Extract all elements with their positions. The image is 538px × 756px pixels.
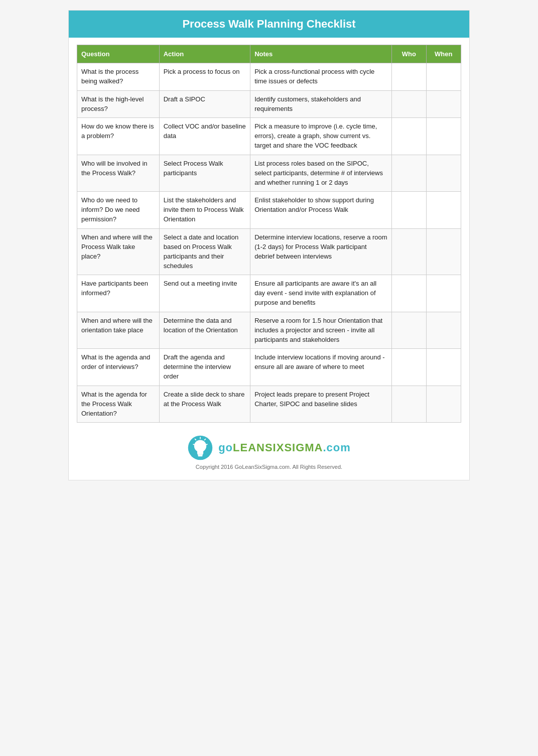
table-row: Who do we need to inform? Do we need per… [77, 192, 461, 229]
cell-action: List the stakeholders and invite them to… [159, 192, 250, 229]
cell-action: Draft a SIPOC [159, 90, 250, 118]
svg-rect-1 [198, 454, 203, 456]
cell-question: Who will be involved in the Process Walk… [77, 155, 160, 192]
svg-line-4 [205, 439, 206, 440]
col-header-question: Question [77, 45, 160, 63]
cell-who [392, 228, 427, 275]
cell-when [426, 349, 461, 386]
cell-who [392, 155, 427, 192]
svg-line-7 [193, 445, 195, 445]
logo-lean: LEANSIXSIGMA [233, 441, 323, 454]
cell-question: Who do we need to inform? Do we need per… [77, 192, 160, 229]
cell-question: Have participants been informed? [77, 275, 160, 312]
footer-copyright: Copyright 2016 GoLeanSixSigma.com. All R… [196, 464, 342, 470]
logo-go: go [218, 441, 233, 454]
cell-when [426, 386, 461, 423]
table-body: What is the process being walked?Pick a … [77, 63, 461, 423]
table-row: What is the high-level process?Draft a S… [77, 90, 461, 118]
table-wrapper: Question Action Notes Who When What is t… [69, 38, 469, 428]
cell-action: Send out a meeting invite [159, 275, 250, 312]
cell-question: When and where will the Process Walk tak… [77, 228, 160, 275]
svg-line-5 [195, 439, 196, 440]
cell-action: Draft the agenda and determine the inter… [159, 349, 250, 386]
cell-who [392, 312, 427, 349]
svg-line-6 [206, 445, 207, 445]
cell-when [426, 118, 461, 155]
table-row: Who will be involved in the Process Walk… [77, 155, 461, 192]
cell-notes: Enlist stakeholder to show support durin… [250, 192, 392, 229]
cell-who [392, 192, 427, 229]
cell-who [392, 118, 427, 155]
table-row: When and where will the orientation take… [77, 312, 461, 349]
cell-notes: Reserve a room for 1.5 hour Orientation … [250, 312, 392, 349]
page-container: Process Walk Planning Checklist Question… [68, 10, 470, 480]
checklist-table: Question Action Notes Who When What is t… [77, 45, 461, 423]
cell-action: Create a slide deck to share at the Proc… [159, 386, 250, 423]
cell-question: What is the agenda and order of intervie… [77, 349, 160, 386]
cell-when [426, 192, 461, 229]
logo-com: .com [323, 441, 351, 454]
cell-notes: Ensure all participants are aware it's a… [250, 275, 392, 312]
table-row: When and where will the Process Walk tak… [77, 228, 461, 275]
cell-notes: List process roles based on the SIPOC, s… [250, 155, 392, 192]
cell-who [392, 63, 427, 91]
cell-question: How do we know there is a problem? [77, 118, 160, 155]
cell-notes: Include interview locations if moving ar… [250, 349, 392, 386]
cell-when [426, 90, 461, 118]
cell-who [392, 386, 427, 423]
cell-question: When and where will the orientation take… [77, 312, 160, 349]
table-row: What is the process being walked?Pick a … [77, 63, 461, 91]
col-header-who: Who [392, 45, 427, 63]
cell-when [426, 228, 461, 275]
cell-who [392, 90, 427, 118]
table-row: Have participants been informed?Send out… [77, 275, 461, 312]
cell-question: What is the high-level process? [77, 90, 160, 118]
cell-when [426, 155, 461, 192]
cell-notes: Identify customers, stakeholders and req… [250, 90, 392, 118]
footer: goLEANSIXSIGMA.com Copyright 2016 GoLean… [69, 428, 469, 470]
cell-action: Determine the data and location of the O… [159, 312, 250, 349]
table-row: How do we know there is a problem?Collec… [77, 118, 461, 155]
cell-notes: Pick a cross-functional process with cyc… [250, 63, 392, 91]
cell-action: Collect VOC and/or baseline data [159, 118, 250, 155]
cell-notes: Determine interview locations, reserve a… [250, 228, 392, 275]
col-header-when: When [426, 45, 461, 63]
cell-when [426, 275, 461, 312]
table-row: What is the agenda and order of intervie… [77, 349, 461, 386]
logo-bulb-icon [187, 435, 213, 461]
cell-question: What is the process being walked? [77, 63, 160, 91]
table-header-row: Question Action Notes Who When [77, 45, 461, 63]
cell-action: Select Process Walk participants [159, 155, 250, 192]
svg-rect-2 [198, 455, 203, 457]
cell-when [426, 63, 461, 91]
footer-logo: goLEANSIXSIGMA.com [187, 435, 351, 461]
col-header-action: Action [159, 45, 250, 63]
cell-who [392, 275, 427, 312]
page-header: Process Walk Planning Checklist [69, 11, 469, 38]
page-title: Process Walk Planning Checklist [79, 18, 459, 31]
table-row: What is the agenda for the Process Walk … [77, 386, 461, 423]
cell-question: What is the agenda for the Process Walk … [77, 386, 160, 423]
cell-notes: Pick a measure to improve (i.e. cycle ti… [250, 118, 392, 155]
cell-action: Pick a process to focus on [159, 63, 250, 91]
cell-action: Select a date and location based on Proc… [159, 228, 250, 275]
cell-who [392, 349, 427, 386]
cell-when [426, 312, 461, 349]
col-header-notes: Notes [250, 45, 392, 63]
logo-text: goLEANSIXSIGMA.com [218, 441, 351, 454]
cell-notes: Project leads prepare to present Project… [250, 386, 392, 423]
